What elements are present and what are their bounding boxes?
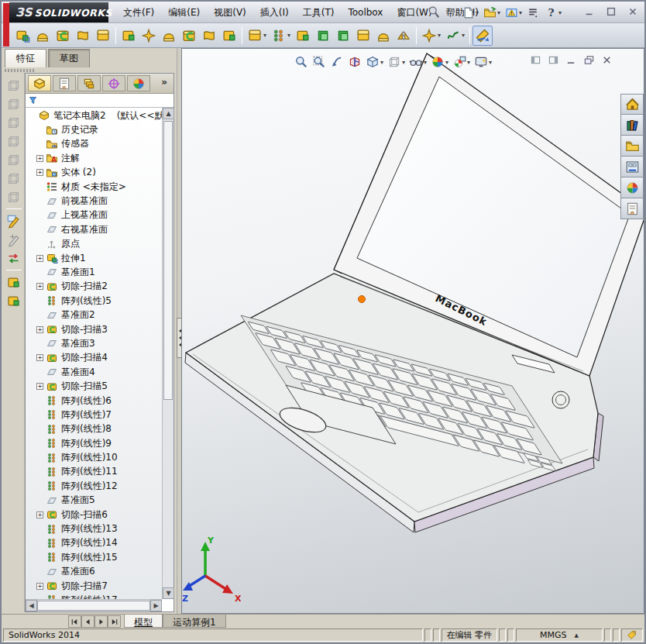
tree-item[interactable]: 阵列(线性)8 (26, 422, 162, 436)
tree-item[interactable]: 阵列(线性)14 (26, 536, 162, 550)
tab-sketch[interactable]: 草图 (48, 49, 90, 67)
minimize-window-button[interactable] (581, 5, 598, 19)
dropdown-arrow-icon[interactable]: ▾ (445, 59, 448, 66)
minimize-document-button[interactable] (565, 54, 577, 68)
view-orientation-button[interactable]: ▾ (365, 54, 384, 70)
mirror-button[interactable] (393, 26, 414, 46)
tree-item[interactable]: +切除-扫描3 (26, 322, 162, 336)
boundary-boss-base-button[interactable] (93, 26, 113, 46)
menu-item-1[interactable]: 编辑(E) (161, 2, 207, 23)
tree-item[interactable]: 阵列(线性)6 (26, 394, 162, 408)
hide-show-items-button[interactable]: ▾ (408, 54, 428, 70)
dropdown-arrow-icon[interactable]: ▾ (263, 32, 266, 39)
tab-nav-prev[interactable] (81, 615, 94, 628)
edit-appearance-button[interactable]: ▾ (430, 54, 449, 70)
taskpane-view-palette-button[interactable] (620, 157, 644, 177)
linear-pattern-button[interactable]: ▾ (269, 26, 293, 46)
expand-icon[interactable]: + (36, 354, 43, 361)
lofted-cut-button[interactable] (199, 26, 219, 46)
view-back-button[interactable] (5, 95, 23, 113)
tree-item[interactable]: 传感器 (26, 137, 162, 151)
tab-model[interactable]: 模型 (124, 615, 163, 628)
tree-item[interactable]: 右视基准面 (26, 222, 162, 236)
menu-item-5[interactable]: Toolbox (341, 3, 390, 22)
dropdown-arrow-icon[interactable]: ▾ (497, 9, 500, 16)
view-top-button[interactable] (5, 150, 23, 169)
tab-features[interactable]: 特征 (5, 49, 46, 67)
tree-item[interactable]: 基准面5 (26, 494, 162, 508)
dropdown-arrow-icon[interactable]: ▾ (467, 59, 470, 66)
fm-tab-dimxpertmanager[interactable] (102, 75, 125, 91)
fillet-button[interactable]: ▾ (245, 26, 269, 46)
view-isometric-button[interactable] (5, 188, 23, 206)
tab-nav-next[interactable] (94, 615, 108, 628)
scroll-left-button[interactable]: ◀ (26, 600, 37, 611)
tree-item[interactable]: +实体 (2) (26, 166, 162, 180)
expand-icon[interactable]: + (36, 583, 43, 590)
zoom-to-fit-button[interactable] (294, 54, 309, 70)
extruded-boss-mini-button[interactable] (5, 273, 23, 291)
previous-view-button[interactable] (329, 54, 345, 70)
tree-item[interactable]: 上视基准面 (26, 208, 162, 222)
tree-root-item[interactable]: 笔记本电脑2(默认<<默认>_ (26, 108, 162, 122)
tree-item[interactable]: 阵列(线性)7 (26, 408, 162, 422)
dropdown-arrow-icon[interactable]: ▾ (519, 9, 522, 16)
fm-tab-propertymanager[interactable] (53, 75, 76, 91)
dropdown-arrow-icon[interactable]: ▾ (462, 32, 465, 39)
tree-filter-field[interactable] (26, 94, 174, 108)
reference-geometry-button[interactable]: ▾ (419, 26, 443, 46)
tree-item[interactable]: 阵列(线性)11 (26, 465, 162, 479)
maximize-window-button[interactable] (603, 5, 620, 19)
view-left-button[interactable] (5, 113, 23, 132)
menu-item-4[interactable]: 工具(T) (296, 2, 342, 23)
tree-item[interactable]: 历史记录 (26, 122, 162, 136)
tree-item[interactable]: +切除-扫描5 (26, 379, 162, 393)
tree-item[interactable]: 阵列(线性)15 (26, 550, 162, 564)
rebuild-check-button[interactable]: ▾ (503, 4, 524, 21)
swept-cut-button[interactable] (179, 26, 199, 46)
shell-button[interactable] (333, 26, 353, 46)
section-view-button[interactable] (347, 54, 363, 70)
tree-horizontal-scrollbar[interactable]: ◀ ▶ (26, 599, 162, 611)
laptop-3d-model[interactable]: MacBook Y X Z (182, 49, 644, 614)
scroll-down-button[interactable]: ▼ (163, 587, 174, 599)
draft-button[interactable] (313, 26, 333, 46)
tree-item[interactable]: 前视基准面 (26, 194, 162, 208)
fm-tab-configurationmanager[interactable] (77, 75, 101, 91)
tree-item[interactable]: 阵列(线性)17 (26, 593, 162, 599)
extruded-boss-base-button[interactable] (12, 26, 33, 46)
tree-item[interactable]: 原点 (26, 237, 162, 251)
help-button[interactable]: ?▾ (543, 4, 563, 21)
revolved-cut-button[interactable] (159, 26, 179, 46)
tab-motion-study[interactable]: 运动算例1 (163, 615, 226, 628)
close-window-button[interactable] (624, 5, 641, 19)
hscroll-thumb[interactable] (37, 601, 150, 611)
tree-item[interactable]: +切除-扫描4 (26, 351, 162, 365)
dropdown-arrow-icon[interactable]: ▾ (380, 59, 383, 66)
featuremanager-pane-toggle-button[interactable] (530, 54, 541, 68)
lofted-boss-base-button[interactable] (73, 26, 93, 46)
dropdown-arrow-icon[interactable]: ▾ (558, 9, 562, 16)
tree-item[interactable]: 阵列(线性)9 (26, 436, 162, 450)
right-pane-toggle-button[interactable] (548, 54, 559, 68)
scroll-up-button[interactable]: ▲ (163, 108, 174, 119)
revolved-boss-base-button[interactable] (33, 26, 53, 46)
tab-nav-first[interactable] (68, 615, 81, 628)
taskpane-custom-properties-button[interactable] (620, 198, 644, 219)
tree-item[interactable]: 基准面1 (26, 265, 162, 279)
expand-icon[interactable]: + (36, 155, 43, 162)
graphics-viewport[interactable]: ▾▾▾▾▾▾ (181, 48, 644, 614)
extruded-cut-button[interactable] (119, 26, 139, 46)
tree-item[interactable]: +拉伸1 (26, 251, 162, 265)
boundary-cut-button[interactable] (219, 26, 239, 46)
tree-item[interactable]: +切除-扫描6 (26, 508, 162, 522)
dropdown-arrow-icon[interactable]: ▾ (424, 59, 427, 66)
dome-feature-button[interactable] (373, 26, 393, 46)
zoom-to-area-button[interactable] (311, 54, 327, 70)
tree-item[interactable]: 基准面6 (26, 565, 162, 579)
taskpane-file-explorer-button[interactable] (620, 136, 644, 157)
dropdown-arrow-icon[interactable]: ▾ (438, 32, 441, 39)
tree-item[interactable]: 阵列(线性)12 (26, 479, 162, 493)
fm-tabs-overflow-button[interactable]: » (161, 74, 174, 93)
tree-item[interactable]: 基准面4 (26, 365, 162, 379)
